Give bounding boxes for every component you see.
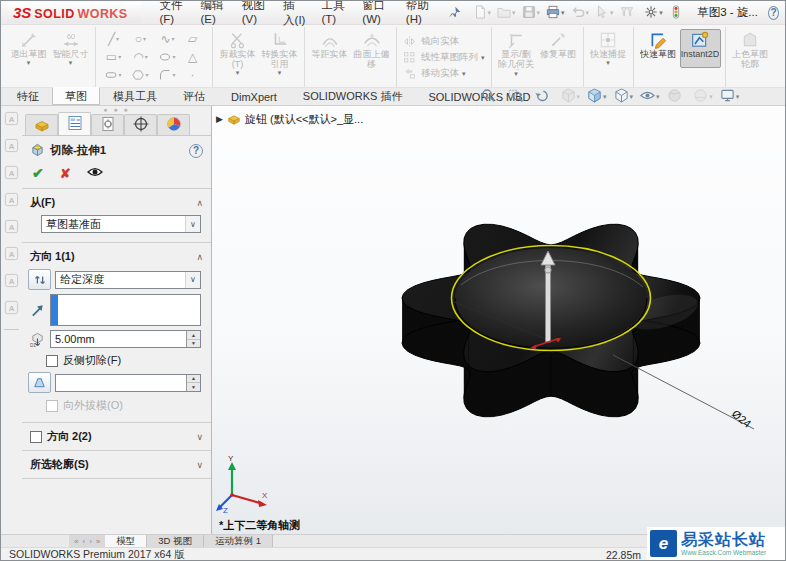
view-settings-button[interactable]: ▾ bbox=[720, 88, 740, 105]
dropdown-arrow[interactable]: ▾ bbox=[481, 54, 485, 61]
dropdown-arrow[interactable]: ▾ bbox=[610, 9, 614, 16]
dropdown-arrow[interactable]: ▾ bbox=[462, 70, 466, 77]
dropdown-arrow[interactable]: ▾ bbox=[659, 9, 663, 16]
instant2d-button[interactable]: Instant2D▾ bbox=[680, 29, 721, 68]
dropdown-arrow[interactable]: ▾ bbox=[145, 54, 148, 61]
dropdown-arrow[interactable]: ▾ bbox=[537, 9, 541, 16]
repair-sketch-button[interactable]: 修复草图▾ bbox=[538, 29, 579, 68]
document-tab[interactable]: 模型 bbox=[105, 535, 147, 547]
dropdown-arrow[interactable]: ▾ bbox=[172, 72, 175, 79]
direction2-checkbox[interactable] bbox=[30, 431, 42, 443]
edit-appearance-button[interactable]: ▾ bbox=[667, 88, 687, 105]
section-view-button[interactable]: ▾ bbox=[561, 88, 581, 105]
section-direction2-header[interactable]: 方向 2(2) ∨ bbox=[22, 426, 211, 447]
next-sheet-icon[interactable]: › bbox=[89, 537, 92, 546]
document-tab[interactable]: 运动算例 1 bbox=[204, 535, 273, 547]
draft-outward-checkbox[interactable] bbox=[46, 400, 58, 412]
undo-button[interactable]: ▾ bbox=[569, 4, 592, 22]
offset-entities-button[interactable]: 等距实体▾ bbox=[309, 29, 350, 68]
section-direction1-header[interactable]: 方向 1(1)∧ bbox=[22, 246, 211, 267]
hide-show-items-button[interactable]: ▾ bbox=[640, 88, 660, 105]
flyout-arrow-icon[interactable]: ▶ bbox=[216, 114, 223, 124]
polygon-tool-button[interactable]: △▾ bbox=[181, 48, 208, 66]
dropdown-arrow[interactable]: ▾ bbox=[172, 36, 175, 43]
dropdown-arrow[interactable]: ▾ bbox=[736, 93, 740, 100]
dimxpert-manager-tab[interactable] bbox=[124, 114, 157, 135]
trim-entities-button[interactable]: 剪裁实体(T)▾ bbox=[217, 29, 258, 78]
document-tab[interactable]: 3D 视图 bbox=[147, 535, 204, 547]
depth-input[interactable]: 5.00mm ▲▼ bbox=[50, 330, 201, 348]
zoom-area-button[interactable]: ▾ bbox=[508, 88, 528, 105]
display-style-button[interactable]: ▾ bbox=[614, 88, 634, 105]
rapid-sketch-button[interactable]: 快速草图▾ bbox=[638, 29, 679, 68]
zoom-fit-button[interactable]: ▾ bbox=[481, 88, 501, 105]
dropdown-arrow[interactable]: ▾ bbox=[27, 59, 31, 66]
cancel-button[interactable]: ✘ bbox=[60, 166, 71, 181]
display-manager-tab[interactable] bbox=[157, 114, 190, 135]
convert-entities-button[interactable]: 转换实体引用▾ bbox=[259, 29, 300, 78]
dropdown-arrow[interactable]: ▾ bbox=[606, 59, 610, 66]
preview-eye-icon[interactable] bbox=[87, 164, 103, 182]
shaded-sketch-contours-button[interactable]: 上色草图轮廓▾ bbox=[730, 29, 771, 78]
configuration-manager-tab[interactable] bbox=[91, 114, 124, 135]
prev-sheet-icon[interactable]: ‹ bbox=[82, 537, 85, 546]
dropdown-arrow[interactable]: ▾ bbox=[172, 54, 175, 61]
spin-down-icon[interactable]: ▼ bbox=[187, 383, 200, 391]
dropdown-arrow[interactable]: ▾ bbox=[143, 36, 146, 43]
dropdown-arrow[interactable]: ▾ bbox=[577, 93, 581, 100]
ok-button[interactable]: ✔ bbox=[32, 165, 44, 181]
dropdown-arrow[interactable]: ▾ bbox=[586, 9, 590, 16]
spin-up-icon[interactable]: ▲ bbox=[187, 375, 200, 384]
open-doc-button[interactable]: ▾ bbox=[495, 4, 518, 22]
apply-scene-button[interactable]: ▾ bbox=[693, 88, 713, 105]
pin-icon[interactable] bbox=[448, 6, 461, 19]
sketch-fillet-button[interactable]: ▾ bbox=[154, 66, 181, 84]
new-doc-button[interactable]: ▾ bbox=[471, 4, 494, 22]
dropdown-arrow[interactable]: ▾ bbox=[236, 69, 240, 76]
end-condition-select[interactable]: 给定深度 ∨ bbox=[55, 271, 201, 289]
plane-button[interactable]: ▱▾ bbox=[181, 30, 208, 48]
dropdown-arrow[interactable]: ▾ bbox=[145, 72, 148, 79]
options-gear-button[interactable]: ▾ bbox=[642, 4, 665, 22]
help-icon[interactable]: ? bbox=[768, 6, 779, 20]
dropdown-arrow[interactable]: ▾ bbox=[512, 9, 516, 16]
arc-button[interactable]: ◠▾ bbox=[127, 48, 154, 66]
command-tab[interactable]: 评估 bbox=[170, 88, 218, 105]
annotation-tool-icon[interactable]: A bbox=[4, 273, 19, 290]
annotation-tool-icon[interactable]: A bbox=[4, 219, 19, 236]
dropdown-arrow[interactable]: ▾ bbox=[709, 93, 713, 100]
command-tab[interactable]: SOLIDWORKS 插件 bbox=[290, 88, 416, 105]
annotation-tool-icon[interactable]: A bbox=[4, 138, 19, 155]
slot-button[interactable]: ▾ bbox=[100, 66, 127, 84]
selection-filter-button[interactable]: ▾ bbox=[618, 4, 641, 22]
offset-on-surface-button[interactable]: 曲面上偏移▾ bbox=[351, 29, 392, 78]
ellipse-button[interactable]: ▾ bbox=[154, 48, 181, 66]
dropdown-arrow[interactable]: ▾ bbox=[118, 72, 121, 79]
last-sheet-icon[interactable]: » bbox=[96, 537, 100, 546]
circle-button[interactable]: ○▾ bbox=[127, 30, 154, 48]
dropdown-arrow[interactable]: ▾ bbox=[603, 93, 607, 100]
dropdown-arrow[interactable]: ▾ bbox=[488, 9, 492, 16]
flip-side-checkbox[interactable] bbox=[46, 355, 58, 367]
dropdown-arrow[interactable]: ▾ bbox=[278, 69, 282, 76]
flyout-feature-tree[interactable]: ▶ 旋钮 (默认<<默认>_显... bbox=[216, 111, 363, 127]
pm-help-icon[interactable]: ? bbox=[189, 144, 203, 158]
command-tab[interactable]: 模具工具 bbox=[100, 88, 170, 105]
display-relations-button[interactable]: 显示/删除几何关系▾ bbox=[496, 29, 537, 79]
select-pointer-button[interactable]: ▾ bbox=[593, 4, 616, 22]
dropdown-arrow[interactable]: ▾ bbox=[118, 54, 121, 61]
quick-snaps-button[interactable]: 快速捕捉▾ bbox=[588, 29, 629, 68]
line-button[interactable]: ╱▾ bbox=[100, 30, 127, 48]
annotation-tool-icon[interactable]: A bbox=[4, 300, 19, 317]
property-manager-tab[interactable] bbox=[58, 112, 91, 135]
draft-angle-input[interactable]: ▲▼ bbox=[55, 374, 201, 392]
dropdown-arrow[interactable]: ▾ bbox=[514, 70, 518, 77]
feature-manager-tab[interactable] bbox=[25, 114, 58, 135]
print-button[interactable]: ▾ bbox=[544, 4, 567, 22]
first-sheet-icon[interactable]: « bbox=[74, 537, 78, 546]
move-entities-button[interactable]: 移动实体▾ bbox=[403, 67, 485, 80]
point-button[interactable]: ·▾ bbox=[181, 66, 208, 84]
annotation-tool-icon[interactable]: A bbox=[4, 165, 19, 182]
command-tab[interactable]: 草图 bbox=[52, 87, 100, 105]
dropdown-arrow[interactable]: ▾ bbox=[561, 9, 565, 16]
